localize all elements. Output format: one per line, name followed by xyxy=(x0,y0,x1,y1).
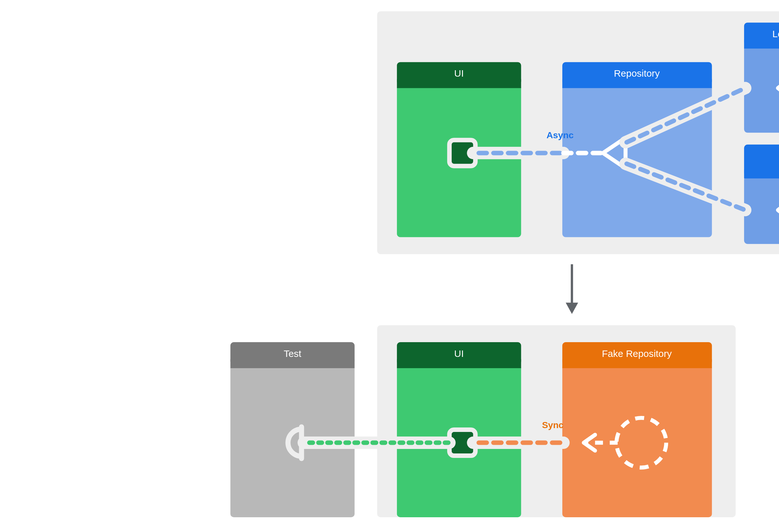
svg-rect-10 xyxy=(744,40,779,48)
remote-data-source-card: Remote Data Source xyxy=(744,144,779,244)
svg-rect-3 xyxy=(397,79,521,88)
top-panel: UI Repository Local Data Source xyxy=(377,11,779,254)
repository-card: Repository xyxy=(562,62,712,237)
svg-rect-31 xyxy=(231,359,355,368)
ui-card-top-title: UI xyxy=(454,68,464,78)
sync-label: Sync xyxy=(542,420,563,430)
test-card-title: Test xyxy=(284,348,302,359)
svg-rect-35 xyxy=(397,359,521,368)
local-data-source-card: Local Data Source xyxy=(744,22,779,132)
ui-card-bottom: UI xyxy=(397,342,521,517)
ui-card-bottom-title: UI xyxy=(454,348,464,359)
svg-marker-27 xyxy=(566,303,578,314)
svg-rect-39 xyxy=(562,359,712,368)
svg-rect-7 xyxy=(562,79,712,88)
bottom-panel: Test UI Fake Repository xyxy=(231,325,736,517)
repository-card-title: Repository xyxy=(614,68,660,78)
test-card: Test xyxy=(231,342,355,517)
async-label: Async xyxy=(547,130,574,140)
local-data-source-title: Local Data Source xyxy=(772,28,779,39)
svg-rect-15 xyxy=(744,169,779,178)
transform-arrow xyxy=(566,264,578,314)
fake-repository-title: Fake Repository xyxy=(602,348,672,359)
fake-repository-card: Fake Repository xyxy=(562,342,712,517)
architecture-diagram: UI Repository Local Data Source xyxy=(168,0,779,532)
